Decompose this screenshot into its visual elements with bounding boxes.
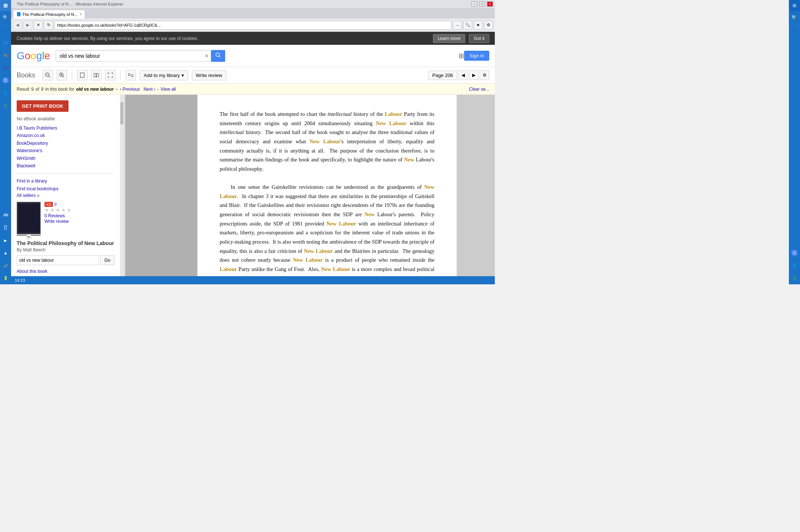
previous-result-link[interactable]: ‹ Previous: [120, 87, 140, 92]
go-btn[interactable]: →: [453, 21, 462, 30]
write-review-sidebar-link[interactable]: Write review: [44, 219, 69, 224]
view-all-link[interactable]: View all: [161, 87, 176, 92]
back-btn[interactable]: ◀: [13, 21, 22, 30]
write-review-btn[interactable]: Write review: [192, 70, 226, 80]
link-btn[interactable]: [126, 70, 136, 80]
clear-search-icon[interactable]: ✕: [204, 53, 209, 59]
svg-rect-11: [97, 73, 99, 77]
book-author: By Matt Beech: [17, 247, 114, 252]
wifi-icon[interactable]: ▲: [0, 247, 11, 258]
next-result-link[interactable]: Next ›: [144, 87, 156, 92]
sidebar-divider-1: [17, 173, 114, 174]
address-input[interactable]: [54, 21, 451, 30]
get-print-book-btn[interactable]: GET PRINT BOOK: [17, 100, 69, 112]
search-within-btn[interactable]: Go: [100, 255, 114, 265]
minimize-btn[interactable]: −: [471, 1, 477, 7]
search-taskbar-icon[interactable]: 🔍: [0, 12, 11, 23]
book-info: ✏ +1 0 ★ ★ ★ ★ ★: [17, 202, 114, 236]
star-4: ★: [61, 207, 66, 213]
onenote-taskbar-icon[interactable]: N: [0, 62, 11, 73]
forward-btn[interactable]: ▶: [23, 21, 32, 30]
highlight-new-labour-4: New Labour: [220, 184, 434, 199]
find-links: Find in a library Find local bookshops A…: [17, 177, 114, 198]
zoom-out-btn[interactable]: [43, 70, 53, 80]
search-input[interactable]: [56, 50, 211, 62]
find-local-bookshops-link[interactable]: Find local bookshops: [17, 185, 114, 193]
seller-amazon[interactable]: Amazon.co.uk: [17, 132, 114, 139]
scroll-thumb[interactable]: [120, 102, 123, 124]
books-toolbar: Books Add to my library ▾ Write review P…: [11, 67, 495, 84]
seller-ibtauris[interactable]: I.B.Tauris Publishers: [17, 124, 114, 132]
browser-tab[interactable]: 📘 The Political Philosophy of N... ×: [13, 10, 85, 19]
all-sellers-link[interactable]: All sellers »: [17, 193, 39, 198]
search-address-btn[interactable]: 🔍: [463, 21, 472, 30]
clear-search-link[interactable]: Clear se...: [469, 87, 489, 92]
favorites-btn[interactable]: ★: [474, 21, 483, 30]
skype-taskbar-icon[interactable]: S: [0, 87, 11, 98]
keyboard-taskbar-icon[interactable]: ⌨: [0, 210, 11, 221]
highlight-new-labour-3: New: [404, 157, 414, 163]
tools-btn[interactable]: ⚙: [484, 21, 493, 30]
chrome-taskbar-icon[interactable]: [0, 75, 11, 86]
tab-bar: 📘 The Political Philosophy of N... ×: [11, 8, 495, 19]
battery-icon[interactable]: 🔋: [0, 272, 11, 284]
seller-waterstones[interactable]: Waterstone's: [17, 147, 114, 154]
outlook-taskbar-icon[interactable]: N: [0, 50, 11, 61]
next-page-btn[interactable]: ▶: [469, 70, 479, 80]
search-result-bar: Result 9 of 9 in this book for old vs ne…: [11, 84, 495, 95]
find-in-library-link[interactable]: Find in a library: [17, 177, 114, 185]
book-page: The first half of the book attempted to …: [197, 95, 457, 276]
book-thumb-inner: [18, 204, 40, 232]
result-in-book: in this book for: [45, 87, 74, 92]
learn-more-btn[interactable]: Learn more: [433, 34, 465, 43]
dots-icon[interactable]: ⠿: [0, 222, 11, 233]
volume-icon[interactable]: 🔊: [0, 260, 11, 271]
skype2-taskbar-icon[interactable]: S: [0, 100, 11, 111]
restore-btn[interactable]: □: [479, 1, 485, 7]
page-box[interactable]: Page 206: [428, 71, 457, 80]
search-within-input[interactable]: [17, 255, 99, 265]
edit-icon[interactable]: ✏: [27, 235, 31, 239]
left-taskbar: ⊞ 🔍 e W N N S S ⌨ ⠿ ▶ ▲ 🔊 🔋: [0, 0, 11, 284]
refresh-btn[interactable]: ↻: [44, 21, 53, 30]
zoom-in-btn[interactable]: [57, 70, 67, 80]
tab-close-btn[interactable]: ×: [80, 12, 82, 16]
apps-icon[interactable]: ⊞: [459, 52, 464, 60]
expand-icon[interactable]: ▶: [0, 235, 11, 246]
fullscreen-btn[interactable]: [105, 70, 116, 80]
ie-taskbar-icon[interactable]: e: [0, 24, 11, 36]
no-ebook-label: No eBook available: [17, 116, 114, 121]
windows-logo[interactable]: ⊞: [0, 0, 11, 11]
two-page-btn[interactable]: [91, 70, 101, 80]
window-title: The Political Philosophy of N... - Windo…: [13, 2, 470, 6]
search-input-wrap: ✕: [56, 50, 211, 62]
book-title: The Political Philosophy of New Labour: [17, 240, 114, 246]
sidebar-scrollbar[interactable]: [120, 95, 123, 276]
sign-in-btn[interactable]: Sign in: [464, 51, 489, 61]
add-to-library-btn[interactable]: Add to my library ▾: [140, 70, 188, 80]
reviews-link[interactable]: 0 Reviews: [44, 213, 65, 218]
close-btn[interactable]: ×: [487, 1, 493, 7]
left-blank-page: [125, 95, 197, 276]
toolbar-separator-2: [120, 71, 121, 80]
add-library-label: Add to my library: [144, 73, 180, 78]
clock: 14:23: [15, 278, 25, 282]
highlight-new-labour-7: New Labour: [304, 248, 333, 254]
prev-page-btn[interactable]: ◀: [458, 70, 468, 80]
seller-bookdepository[interactable]: BookDepository: [17, 140, 114, 147]
page-settings-btn[interactable]: ⚙: [480, 70, 489, 80]
book-thumbnail[interactable]: [17, 202, 41, 234]
about-book-link[interactable]: About this book: [17, 269, 114, 274]
single-page-btn[interactable]: [77, 70, 87, 80]
stop-btn[interactable]: ✕: [34, 21, 43, 30]
search-btn[interactable]: [211, 50, 225, 62]
g-plus-count[interactable]: +1: [44, 202, 53, 207]
sidebar: GET PRINT BOOK No eBook available I.B.Ta…: [11, 95, 120, 276]
svg-rect-6: [47, 74, 48, 75]
book-paragraph-2: In one sense the Gaitskellite revisionis…: [220, 183, 434, 276]
seller-blackwell[interactable]: Blackwell: [17, 162, 114, 170]
word-taskbar-icon[interactable]: W: [0, 37, 11, 48]
got-it-btn[interactable]: Got it: [469, 34, 489, 43]
star-rating: ★ ★ ★ ★ ★: [44, 207, 71, 213]
seller-whsmith[interactable]: WHSmith: [17, 155, 114, 162]
